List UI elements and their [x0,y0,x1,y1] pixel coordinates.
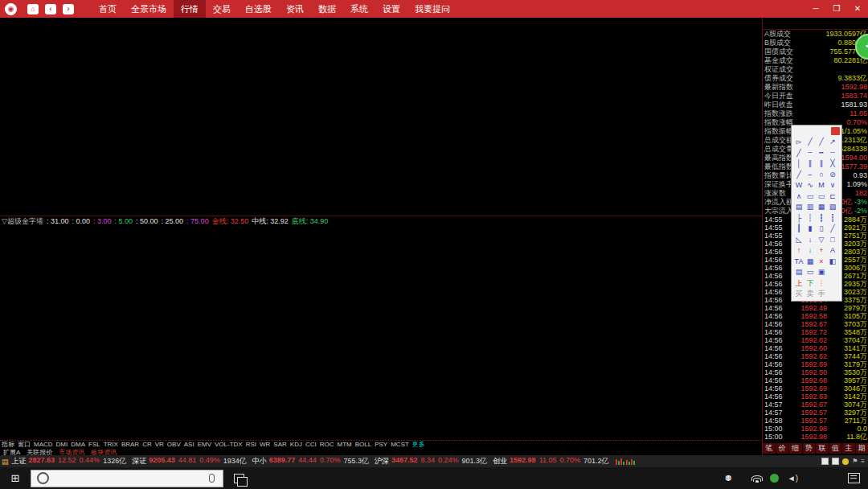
indicator-tab-EMV[interactable]: EMV [198,441,211,448]
drawing-tool-icon[interactable]: ┇ [816,213,827,224]
drawing-tool-icon[interactable]: ▥ [805,202,816,213]
indicator-tab-ASI[interactable]: ASI [184,441,194,448]
drawing-tool-icon[interactable]: ∿ [805,180,816,191]
indicator-tab-RSI[interactable]: RSI [246,441,256,448]
wifi-icon[interactable] [751,475,761,482]
drawing-tool-icon[interactable]: ∥ [805,158,816,170]
drawing-tool-icon[interactable]: ▤ [793,267,805,278]
drawing-tool-icon[interactable]: ⊏ [827,191,838,203]
drawing-tool-icon[interactable]: 卖 [805,289,816,300]
indicator-tab-SAR[interactable]: SAR [273,441,286,448]
sidebar-tab-笔[interactable]: 笔 [763,443,776,454]
indicator-tab-指标[interactable]: 指标 [2,441,14,448]
menu-item-我要提问[interactable]: 我要提问 [407,0,457,18]
drawing-tool-icon[interactable]: ▽ [816,235,827,246]
indicator-tab-BOLL[interactable]: BOLL [355,441,371,448]
drawing-tool-icon[interactable]: ├ [793,213,805,224]
alert-dot-icon[interactable] [842,458,849,465]
indicator-tab-CCI[interactable]: CCI [305,441,317,448]
close-button[interactable]: ✕ [847,0,868,18]
menu-item-交易[interactable]: 交易 [206,0,238,18]
drawing-tool-icon[interactable]: × [816,257,827,268]
sidebar-tab-主[interactable]: 主 [842,443,855,454]
indicator-tab-DMI[interactable]: DMI [56,441,68,448]
sidebar-tab-值[interactable]: 值 [829,443,842,454]
indicator-tab-窗口[interactable]: 窗口 [18,441,31,448]
drawing-tool-icon[interactable]: ↓ [805,235,816,246]
drawing-tool-icon[interactable]: 上 [793,278,805,290]
sidebar-tab-期[interactable]: 期 [856,443,868,454]
drawing-tool-icon[interactable]: TA [793,257,805,268]
index-quote-中小[interactable]: 中小6389.7744.440.70%755.3亿 [252,456,369,466]
index-quote-上证[interactable]: 上证2827.6312.520.44%1326亿 [12,456,127,466]
drawing-tool-icon[interactable]: ○ [816,170,827,181]
menu-item-首页[interactable]: 首页 [92,0,124,18]
indicator-tab-PSY[interactable]: PSY [375,441,387,448]
drawing-tool-icon[interactable]: ∨ [827,180,838,191]
menu-item-系统[interactable]: 系统 [343,0,375,18]
drawing-tool-icon[interactable]: ⌢ [805,170,816,181]
task-view-icon[interactable] [234,474,244,483]
layout-icon[interactable] [832,458,839,465]
indicator-tab-FSL[interactable]: FSL [88,441,100,448]
people-icon[interactable]: ⚉ [725,474,732,483]
drawing-tool-icon[interactable]: ┋ [827,213,838,224]
menu-item-资讯[interactable]: 资讯 [279,0,311,18]
edge-app-icon[interactable] [255,467,278,489]
menu-item-数据[interactable]: 数据 [311,0,343,18]
start-button[interactable]: ⊞ [0,472,31,484]
mini-chart-icon[interactable] [615,457,636,466]
microphone-icon[interactable] [209,474,215,483]
indicator-header[interactable]: ▽超级金字塔: 31.00: 0.00: 3.00: 5.00: 50.00: … [0,216,763,227]
menu-item-自选股[interactable]: 自选股 [238,0,279,18]
drawing-tool-icon[interactable]: ◧ [827,257,838,268]
back-icon[interactable]: ‹ [45,4,56,14]
indicator-tab-MCST[interactable]: MCST [391,441,409,448]
drawing-tool-icon[interactable]: M [816,180,827,191]
status-doc-icon[interactable]: ▤ [2,458,9,466]
indicator-tab-OBV[interactable]: OBV [167,441,181,448]
taskbar-search[interactable] [31,470,223,487]
drawing-tool-icon[interactable]: ╱ [793,170,805,181]
drawing-tool-icon[interactable]: ▯ [816,224,827,235]
volume-icon[interactable]: ◄) [788,474,798,483]
menu-lines-icon[interactable]: ≡ [861,458,865,465]
drawing-tool-icon[interactable]: ┄ [827,148,838,159]
indicator-tab-VOL-TDX[interactable]: VOL-TDX [215,441,243,448]
maximize-button[interactable]: ❐ [826,0,847,18]
indicator-tab-TRIX[interactable]: TRIX [104,441,118,448]
drawing-tool-icon[interactable]: ⊘ [827,170,838,181]
drawing-tool-icon[interactable]: 买 [793,289,805,300]
indicator-tab-BRAR[interactable]: BRAR [121,441,139,448]
sidebar-tab-联[interactable]: 联 [816,443,829,454]
index-quote-创业[interactable]: 创业1592.9811.050.70%701.2亿 [493,456,608,466]
drawing-tool-icon[interactable]: ▭ [816,191,827,203]
drawing-tool-icon[interactable]: W [793,180,805,191]
drawing-tool-icon[interactable]: ▦ [816,202,827,213]
drawing-tool-icon[interactable]: ▮ [805,224,816,235]
drawing-tool-icon[interactable]: + [816,245,827,257]
drawing-tool-icon[interactable]: ▦ [805,257,816,268]
menu-item-全景市场[interactable]: 全景市场 [124,0,174,18]
index-quote-深证[interactable]: 深证9205.4344.810.49%1934亿 [132,456,247,466]
drawing-tool-icon[interactable]: ╱ [816,137,827,148]
sidebar-tab-价[interactable]: 价 [776,443,789,454]
sidebar-tab-细[interactable]: 细 [789,443,802,454]
drawing-tool-icon[interactable]: ╌ [805,148,816,159]
layout-icon[interactable] [821,458,829,465]
indicator-tab-ROC[interactable]: ROC [320,441,334,448]
flag-icon[interactable]: ⚑ [852,458,858,465]
drawing-tool-icon[interactable]: ╱ [805,137,816,148]
drawing-tool-icon[interactable]: ↑ [793,245,805,257]
sidebar-header[interactable] [763,18,868,30]
action-center-icon[interactable] [848,473,860,483]
drawing-tool-icon[interactable]: 手 [816,289,827,300]
drawing-tool-icon[interactable]: ∧ [793,191,805,203]
indicator-tab-KDJ[interactable]: KDJ [290,441,302,448]
indicator-tab-WR[interactable]: WR [260,441,270,448]
drawing-tool-icon[interactable]: ∥ [816,158,827,170]
drawing-tool-icon[interactable]: ╳ [827,158,838,170]
drawing-tool-icon[interactable]: 下 [805,278,816,290]
drawing-tool-icon[interactable]: ▭ [805,267,816,278]
drawing-tool-icon[interactable]: ↓ [805,245,816,257]
